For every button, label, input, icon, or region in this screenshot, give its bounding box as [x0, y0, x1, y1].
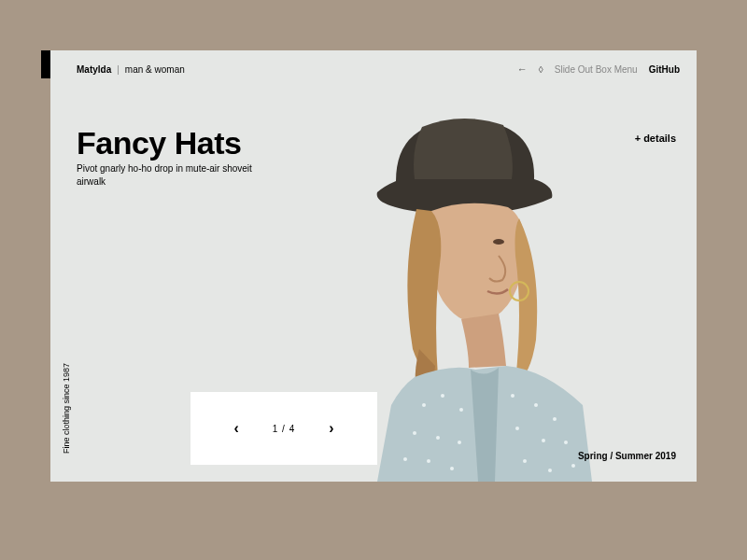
side-tagline: Fine clothing since 1987: [62, 363, 71, 454]
svg-point-8: [427, 459, 430, 463]
svg-point-16: [564, 441, 568, 444]
accent-bar: [41, 50, 50, 78]
svg-point-4: [459, 408, 463, 412]
svg-point-5: [413, 431, 416, 435]
hero-title: Fancy Hats: [77, 125, 241, 161]
svg-point-9: [450, 467, 454, 470]
menu-link[interactable]: Slide Out Box Menu: [555, 64, 638, 75]
header: Matylda | man & woman ← ◊ Slide Out Box …: [77, 63, 680, 75]
svg-point-1: [510, 282, 529, 301]
svg-point-17: [523, 459, 527, 463]
pager: ‹ 1 / 4 ›: [190, 392, 377, 465]
back-arrow-icon[interactable]: ←: [517, 63, 528, 75]
details-link[interactable]: + details: [635, 133, 676, 144]
svg-point-12: [534, 403, 538, 407]
pager-next-icon[interactable]: ›: [329, 420, 333, 437]
pager-prev-icon[interactable]: ‹: [233, 420, 238, 437]
svg-point-10: [403, 457, 407, 461]
svg-point-2: [422, 403, 426, 407]
svg-point-13: [553, 417, 557, 421]
pager-count: 1 / 4: [273, 424, 295, 434]
svg-point-7: [458, 441, 461, 444]
svg-point-6: [436, 436, 440, 440]
brand-tagline: man & woman: [125, 64, 185, 75]
svg-point-18: [548, 469, 552, 472]
svg-point-19: [571, 464, 575, 468]
nav-right: ← ◊ Slide Out Box Menu GitHub: [517, 63, 680, 75]
page-frame: Matylda | man & woman ← ◊ Slide Out Box …: [50, 50, 697, 482]
brand-name[interactable]: Matylda: [77, 64, 111, 75]
season-label: Spring / Summer 2019: [578, 451, 676, 461]
svg-point-11: [511, 394, 514, 398]
flame-icon[interactable]: ◊: [539, 64, 543, 75]
hero-subtitle: Pivot gnarly ho-ho drop in mute-air shov…: [77, 162, 273, 189]
svg-point-3: [441, 394, 444, 398]
svg-point-0: [493, 239, 504, 245]
brand-separator: |: [117, 64, 120, 75]
svg-point-15: [542, 439, 545, 442]
github-link[interactable]: GitHub: [649, 64, 680, 75]
brand-block: Matylda | man & woman: [77, 64, 185, 75]
svg-point-14: [515, 427, 519, 430]
